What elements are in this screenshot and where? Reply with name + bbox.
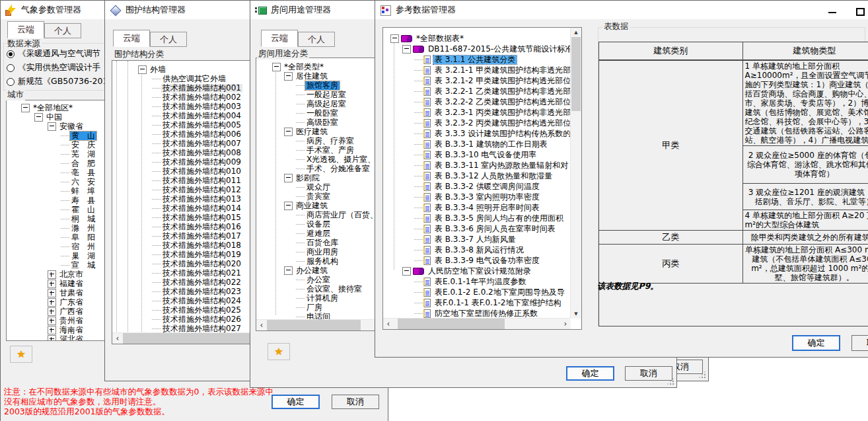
tree-item[interactable]: 表 3.2.2-2 乙类建筑围护结构透光部位	[383, 96, 581, 107]
scroll-left-icon[interactable]: ‹	[383, 319, 394, 329]
collapse-toggle-icon[interactable]	[402, 45, 411, 54]
collapse-toggle-icon[interactable]	[402, 267, 411, 276]
tree-item[interactable]: 表 3.1.1 公共建筑分类	[383, 54, 581, 65]
tree-item[interactable]: 表 B.3.3-12 人员散热量和散湿量	[383, 171, 581, 181]
expand-toggle-icon[interactable]	[48, 335, 56, 342]
tree-item-label: 商业用房	[305, 248, 340, 256]
scroll-left-icon[interactable]: ‹	[112, 333, 123, 344]
tree-item-label: 居住建筑	[295, 72, 329, 81]
tree-item[interactable]: 表 B.3.3-7 人均新风量	[383, 234, 581, 245]
scroll-up-icon[interactable]: ▲	[571, 28, 581, 37]
tree-item[interactable]: 防空地下室壁面传热修正系数	[383, 308, 581, 319]
scrollbar-thumb[interactable]	[267, 320, 361, 330]
collapse-toggle-icon[interactable]	[21, 104, 30, 112]
resize-grip[interactable]	[704, 377, 705, 378]
tree-item[interactable]: *全部数据表*	[383, 33, 581, 44]
expand-toggle-icon[interactable]	[48, 289, 56, 297]
collapse-toggle-icon[interactable]	[284, 266, 293, 275]
expand-toggle-icon[interactable]	[48, 317, 56, 325]
tree-item[interactable]: 表 B.3.3-8 新风运行情况	[383, 245, 581, 255]
tree-connector	[152, 153, 161, 153]
resize-grip[interactable]	[672, 383, 674, 385]
tree-item[interactable]: 表 B.3.3-2 供暖空调房间温度	[383, 181, 581, 192]
radio-source-1[interactable]: 《采暖通风与空气调节	[7, 48, 100, 59]
tree-item[interactable]: 表 3.3.3 设计建筑围护结构传热系数的	[383, 128, 581, 139]
tree-item-label: 技术措施外墙结构010	[161, 167, 242, 176]
tree-item[interactable]: 表 3.2.2-1 乙类建筑围护结构非透光部	[383, 86, 581, 96]
tab-cloud[interactable]: 云端	[113, 30, 150, 47]
tree-item[interactable]: 表 B.3.3-10 电气设备使用率	[383, 149, 581, 160]
tree-item[interactable]: 表 3.2.3-1 丙类建筑围护结构非透光部	[383, 107, 581, 118]
tree-item[interactable]: 表 3.2.3-2 丙类建筑围护结构透光部位	[383, 118, 581, 128]
radio-icon[interactable]	[7, 64, 15, 72]
tree-item[interactable]: 表F.0.1-1 表F.0.1-2地下室维护结构	[383, 297, 581, 308]
tree-connector	[296, 85, 305, 86]
tree-item[interactable]: 表 B.3.3-5 房间人均占有的使用面积	[383, 213, 581, 223]
tree-item[interactable]: 表 B.3.3-6 房间人员在室率时间表	[383, 223, 581, 234]
collapse-toggle-icon[interactable]	[284, 72, 293, 81]
tree-item[interactable]: DB11-687-2015-公共建筑节能设计标准	[383, 44, 581, 54]
scrollbar-thumb[interactable]	[571, 37, 581, 111]
vertical-scrollbar[interactable]: ▲ ▼	[570, 28, 581, 319]
tree-connector	[152, 328, 161, 329]
collapse-toggle-icon[interactable]	[390, 34, 399, 43]
tree-item[interactable]: 表E.0.1-1年平均温度参数	[383, 276, 581, 287]
cancel-button[interactable]: 取消	[851, 335, 868, 351]
tab-personal[interactable]: 个人	[298, 32, 335, 47]
tree-item[interactable]: 人民防空地下室设计规范附录	[383, 266, 581, 276]
tree-connector	[61, 182, 69, 182]
radio-source-2[interactable]: 《实用供热空调设计手	[7, 62, 100, 73]
cancel-button[interactable]: 取消	[625, 366, 672, 381]
cancel-button[interactable]: 取消	[332, 395, 379, 409]
tree-item[interactable]: 表 3.2.1-2 甲类建筑围护结构透光部位	[383, 75, 581, 86]
room-group-label: 房间用途分类	[257, 48, 309, 59]
collapse-toggle-icon[interactable]	[48, 122, 56, 131]
tree-item[interactable]: 表 B.3.3-4 照明开启率时间表	[383, 202, 581, 213]
expand-toggle-icon[interactable]	[48, 326, 56, 334]
scrollbar-thumb[interactable]	[398, 319, 505, 329]
expand-toggle-icon[interactable]	[48, 270, 56, 279]
collapse-toggle-icon[interactable]	[138, 65, 147, 74]
scroll-down-icon[interactable]: ▼	[571, 309, 581, 319]
tree-connector	[296, 280, 305, 280]
tab-personal[interactable]: 个人	[44, 23, 81, 38]
collapse-toggle-icon[interactable]	[284, 174, 293, 182]
tree-item[interactable]: 表 B.3.3-9 电气设备功率密度	[383, 255, 581, 266]
collapse-toggle-icon[interactable]	[272, 63, 281, 71]
radio-selected-icon[interactable]	[7, 50, 15, 58]
radio-source-3[interactable]: 新规范《GB50736-2012	[7, 76, 113, 87]
tab-personal[interactable]: 个人	[150, 32, 187, 47]
tree-item-label: 技术措施外墙结构018	[161, 241, 242, 250]
tree-connector	[414, 239, 423, 240]
scroll-right-icon[interactable]: ›	[560, 319, 571, 329]
titlebar-reference[interactable]: 参考数据管理器	[375, 1, 868, 20]
tree-item-label: 滁 州	[70, 224, 96, 233]
radio-icon[interactable]	[7, 78, 15, 86]
tab-cloud[interactable]: 云端	[261, 30, 298, 47]
ok-button[interactable]: 确定	[792, 335, 840, 351]
ok-button[interactable]: 确定	[566, 366, 614, 381]
ok-button[interactable]: 确定	[271, 395, 320, 409]
minimize-button[interactable]	[828, 12, 836, 13]
tree-item[interactable]: 表 B.3.3-3 室内照明功率密度	[383, 192, 581, 202]
tree-item[interactable]: 表 B.3.3-11 室内热源散热量辐射和对	[383, 160, 581, 171]
radio-label: 《实用供热空调设计手	[18, 62, 100, 73]
maximize-button[interactable]	[856, 8, 865, 16]
horizontal-scrollbar[interactable]: ‹ ›	[383, 318, 571, 329]
tree-item[interactable]: 表 3.2.1-1 甲类建筑围护结构非透光部	[383, 65, 581, 75]
collapse-toggle-icon[interactable]	[284, 128, 293, 136]
tab-cloud[interactable]: 云端	[7, 21, 44, 38]
tree-connector	[152, 125, 161, 126]
tree-item[interactable]: 表 B.3.3-1 建筑物的工作日期表	[383, 139, 581, 149]
scroll-left-icon[interactable]: ‹	[256, 320, 267, 330]
tree-item-label: 防空地下室壁面传热修正系数	[433, 309, 539, 318]
expand-toggle-icon[interactable]	[48, 298, 56, 307]
favorite-button[interactable]: ★	[10, 346, 32, 363]
tree-item[interactable]: 表E.0.1-2 E.0.2地下室周围导热及导	[383, 287, 581, 297]
expand-toggle-icon[interactable]	[48, 280, 56, 288]
expand-toggle-icon[interactable]	[48, 307, 56, 316]
tree-item-label: 桐 城	[70, 215, 96, 223]
collapse-toggle-icon[interactable]	[34, 113, 43, 122]
collapse-toggle-icon[interactable]	[284, 202, 293, 210]
favorite-button[interactable]: ★	[268, 343, 290, 360]
